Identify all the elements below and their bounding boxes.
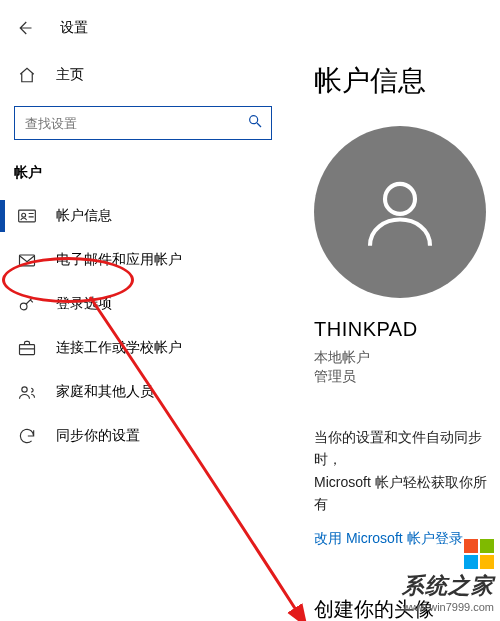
search-input[interactable] <box>14 106 272 140</box>
briefcase-icon <box>16 337 38 359</box>
svg-rect-5 <box>20 345 35 355</box>
search-field[interactable] <box>25 116 247 131</box>
svg-point-6 <box>22 387 27 392</box>
mail-icon <box>16 249 38 271</box>
nav-item-work-school[interactable]: 连接工作或学校帐户 <box>0 326 280 370</box>
nav-label: 电子邮件和应用帐户 <box>56 251 182 269</box>
nav-item-sync[interactable]: 同步你的设置 <box>0 414 280 458</box>
nav-label: 连接工作或学校帐户 <box>56 339 182 357</box>
home-icon <box>16 64 38 86</box>
nav-item-family[interactable]: 家庭和其他人员 <box>0 370 280 414</box>
section-title: 帐户 <box>0 158 280 194</box>
sync-icon <box>16 425 38 447</box>
svg-point-0 <box>250 116 258 124</box>
nav-item-email[interactable]: 电子邮件和应用帐户 <box>0 238 280 282</box>
avatar <box>314 126 486 298</box>
sidebar: 主页 帐户 帐户信息 电子邮件和应用帐户 <box>0 50 280 621</box>
people-icon <box>16 381 38 403</box>
window-title: 设置 <box>60 19 88 37</box>
nav-item-account-info[interactable]: 帐户信息 <box>0 194 280 238</box>
watermark-brand: 系统之家 <box>402 571 494 601</box>
windows-logo-icon <box>464 539 494 569</box>
svg-point-4 <box>20 303 27 310</box>
home-button[interactable]: 主页 <box>0 56 280 94</box>
watermark-url: www.win7999.com <box>402 601 494 613</box>
person-icon <box>355 167 445 257</box>
page-heading: 帐户信息 <box>314 62 500 100</box>
sync-description: 当你的设置和文件自动同步时， Microsoft 帐户轻松获取你所有 <box>314 426 500 516</box>
nav-label: 帐户信息 <box>56 207 112 225</box>
id-card-icon <box>16 205 38 227</box>
account-type-admin: 管理员 <box>314 368 500 386</box>
home-label: 主页 <box>56 66 84 84</box>
nav-item-signin-options[interactable]: 登录选项 <box>0 282 280 326</box>
main-panel: 帐户信息 THINKPAD 本地帐户 管理员 当你的设置和文件自动同步时， Mi… <box>280 50 500 621</box>
nav-label: 登录选项 <box>56 295 112 313</box>
watermark: 系统之家 www.win7999.com <box>402 539 494 613</box>
nav-label: 家庭和其他人员 <box>56 383 154 401</box>
account-name: THINKPAD <box>314 318 500 341</box>
svg-point-7 <box>385 184 415 214</box>
account-type-local: 本地帐户 <box>314 347 500 368</box>
back-button[interactable] <box>10 14 38 42</box>
nav-label: 同步你的设置 <box>56 427 140 445</box>
search-icon <box>247 113 263 133</box>
svg-point-2 <box>22 213 26 217</box>
svg-rect-3 <box>20 255 35 266</box>
arrow-left-icon <box>15 19 33 37</box>
key-icon <box>16 293 38 315</box>
